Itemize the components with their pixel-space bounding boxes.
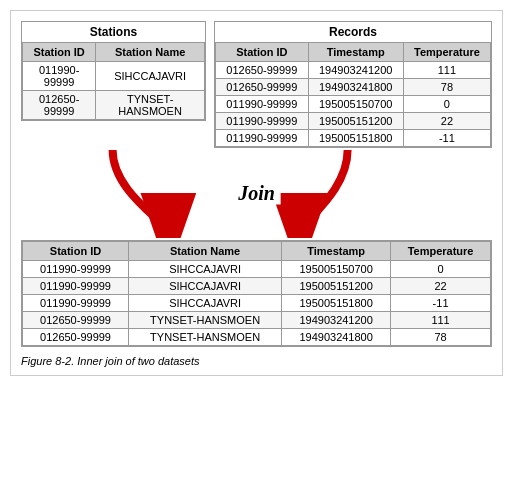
table-row: 011990-99999: [216, 113, 309, 130]
table-row: 195005150700: [282, 261, 391, 278]
stations-table: Station ID Station Name 011990-99999SIHC…: [22, 42, 205, 120]
records-table-box: Records Station ID Timestamp Temperature…: [214, 21, 492, 148]
result-col-name: Station Name: [129, 242, 282, 261]
table-row: 011990-99999: [23, 62, 96, 91]
table-row: TYNSET-HANSMOEN: [96, 91, 205, 120]
table-row: 195005151800: [282, 295, 391, 312]
arrow-section: Join: [21, 148, 492, 238]
table-row: 194903241200: [282, 312, 391, 329]
table-row: 012650-99999: [23, 312, 129, 329]
result-col-temp: Temperature: [391, 242, 491, 261]
table-row: 194903241800: [308, 79, 403, 96]
records-title: Records: [215, 22, 491, 42]
caption: Figure 8-2. Inner join of two datasets: [21, 355, 492, 367]
table-row: 195005150700: [308, 96, 403, 113]
records-col-temp: Temperature: [403, 43, 490, 62]
table-row: 194903241200: [308, 62, 403, 79]
stations-col-name: Station Name: [96, 43, 205, 62]
result-table: Station ID Station Name Timestamp Temper…: [22, 241, 491, 346]
table-row: TYNSET-HANSMOEN: [129, 329, 282, 346]
table-row: 22: [403, 113, 490, 130]
records-table: Station ID Timestamp Temperature 012650-…: [215, 42, 491, 147]
table-row: 0: [403, 96, 490, 113]
table-row: 011990-99999: [23, 261, 129, 278]
stations-col-id: Station ID: [23, 43, 96, 62]
table-row: 195005151200: [282, 278, 391, 295]
table-row: 194903241800: [282, 329, 391, 346]
records-col-timestamp: Timestamp: [308, 43, 403, 62]
table-row: 012650-99999: [23, 91, 96, 120]
table-row: SIHCCAJAVRI: [129, 261, 282, 278]
table-row: 111: [403, 62, 490, 79]
result-col-timestamp: Timestamp: [282, 242, 391, 261]
arrow-container: Join: [21, 148, 492, 238]
table-row: 78: [403, 79, 490, 96]
table-row: 011990-99999: [216, 130, 309, 147]
stations-table-box: Stations Station ID Station Name 011990-…: [21, 21, 206, 121]
table-row: 012650-99999: [216, 79, 309, 96]
table-row: 012650-99999: [23, 329, 129, 346]
table-row: 22: [391, 278, 491, 295]
table-row: 011990-99999: [216, 96, 309, 113]
table-row: -11: [403, 130, 490, 147]
table-row: 0: [391, 261, 491, 278]
table-row: 011990-99999: [23, 278, 129, 295]
stations-title: Stations: [22, 22, 205, 42]
table-row: 195005151200: [308, 113, 403, 130]
table-row: 111: [391, 312, 491, 329]
result-table-box: Station ID Station Name Timestamp Temper…: [21, 240, 492, 347]
records-col-id: Station ID: [216, 43, 309, 62]
table-row: SIHCCAJAVRI: [129, 295, 282, 312]
join-label: Join: [232, 182, 281, 205]
main-container: Stations Station ID Station Name 011990-…: [10, 10, 503, 376]
table-row: 011990-99999: [23, 295, 129, 312]
table-row: TYNSET-HANSMOEN: [129, 312, 282, 329]
result-col-id: Station ID: [23, 242, 129, 261]
table-row: -11: [391, 295, 491, 312]
table-row: 195005151800: [308, 130, 403, 147]
table-row: 012650-99999: [216, 62, 309, 79]
table-row: SIHCCAJAVRI: [129, 278, 282, 295]
table-row: 78: [391, 329, 491, 346]
table-row: SIHCCAJAVRI: [96, 62, 205, 91]
top-section: Stations Station ID Station Name 011990-…: [21, 21, 492, 148]
